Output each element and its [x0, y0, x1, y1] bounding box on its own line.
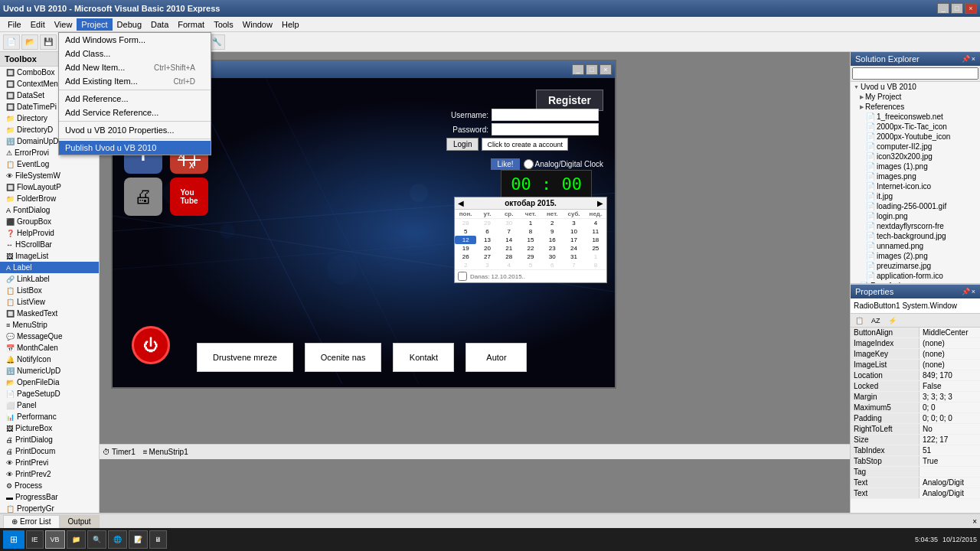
tb-save[interactable]: 💾: [40, 34, 57, 50]
toolbox-item[interactable]: 🔲 MaskedText: [0, 308, 99, 319]
sol-file[interactable]: 📄 2000px-Tic-Tac_icon: [851, 122, 980, 132]
toolbox-item[interactable]: 👁 PrintPrevi: [0, 457, 99, 468]
taskbar-vb[interactable]: VB: [45, 530, 65, 549]
sol-references[interactable]: References: [851, 102, 980, 112]
sol-file[interactable]: 📄 it.jpg: [851, 191, 980, 201]
printer-icon[interactable]: 🖨: [124, 178, 162, 216]
maximize-button[interactable]: □: [951, 3, 963, 14]
toolbox-item[interactable]: ⬜ Panel: [0, 399, 99, 411]
cal-day[interactable]: 30: [541, 253, 563, 261]
close-button[interactable]: ×: [965, 3, 977, 14]
cal-day[interactable]: 7: [563, 261, 584, 269]
prop-value[interactable]: True: [920, 456, 980, 466]
prop-value[interactable]: Analog/Digit: [920, 488, 980, 498]
toolbox-item[interactable]: 📋 ListView: [0, 296, 99, 308]
toolbox-item[interactable]: 📁 FolderBrow: [0, 193, 99, 204]
menu-properties[interactable]: Uvod u VB 2010 Properties...: [100, 123, 211, 137]
sol-file[interactable]: 📄 nextdayflyrscorn-fre: [851, 221, 980, 231]
toolbox-item[interactable]: ❓ HelpProvid: [0, 227, 99, 239]
prop-value[interactable]: No: [920, 424, 980, 434]
cal-day[interactable]: 18: [585, 236, 606, 244]
toolbox-item[interactable]: 📄 PageSetupD: [0, 388, 99, 399]
toolbox-item[interactable]: 📅 MonthCalen: [0, 342, 99, 354]
sol-file[interactable]: 📄 images (2).png: [851, 251, 980, 261]
props-pin[interactable]: 📌: [962, 288, 970, 295]
cal-day[interactable]: 29: [476, 219, 498, 227]
sol-file[interactable]: 📄 1_freeiconsweb.net: [851, 112, 980, 122]
taskbar-notepad[interactable]: 📝: [129, 530, 148, 549]
cal-day[interactable]: 9: [541, 227, 563, 236]
cal-day[interactable]: 22: [520, 244, 541, 253]
menu-view[interactable]: View: [50, 18, 77, 31]
start-button[interactable]: ⊞: [3, 530, 24, 549]
cal-day[interactable]: 20: [476, 244, 498, 253]
radio-analog-digital[interactable]: Analog/Digital Clock: [524, 159, 604, 169]
prop-value[interactable]: Analog/Digit: [920, 478, 980, 487]
nav-kontakt[interactable]: Kontakt: [393, 343, 454, 372]
radio-input[interactable]: [524, 159, 534, 169]
menu-file[interactable]: File: [3, 18, 26, 31]
cal-day[interactable]: 11: [585, 227, 606, 236]
menu-add-existing-item[interactable]: Add Existing Item... Ctrl+D: [100, 74, 211, 88]
cal-day[interactable]: 8: [520, 227, 541, 236]
cal-day[interactable]: 5: [455, 227, 476, 236]
tab-error-list[interactable]: ⊕ Error List: [3, 515, 60, 528]
cal-day[interactable]: 23: [541, 244, 563, 253]
cal-day[interactable]: 6: [476, 227, 498, 236]
cal-day[interactable]: 13: [476, 236, 498, 244]
menu-edit[interactable]: Edit: [26, 18, 50, 31]
sol-file[interactable]: 📄 icon320x200.jpg: [851, 152, 980, 161]
menustrip-status[interactable]: ≡ MenuStrip1: [143, 448, 188, 456]
username-input[interactable]: [492, 109, 599, 121]
cal-day[interactable]: 10: [563, 227, 584, 236]
toolbox-item[interactable]: 🖼 ImageList: [0, 250, 99, 262]
toolbox-item[interactable]: ▬ ProgressBar: [0, 491, 99, 503]
taskbar-monitor[interactable]: 🖥: [149, 530, 167, 549]
prop-value[interactable]: 3; 3; 3; 3: [920, 392, 980, 402]
panel-pin[interactable]: 📌: [962, 55, 970, 63]
toolbox-item[interactable]: 💬 MessageQue: [0, 331, 99, 342]
menu-add-service-reference[interactable]: Add Service Reference...: [100, 106, 211, 119]
prop-value[interactable]: (none): [920, 349, 980, 359]
tb-open[interactable]: 📂: [21, 34, 38, 50]
cal-day[interactable]: 21: [498, 244, 520, 253]
prop-value[interactable]: [920, 467, 980, 477]
toolbox-item[interactable]: ↔ HScrollBar: [0, 239, 99, 250]
cal-day[interactable]: 28: [455, 219, 476, 227]
taskbar-explorer[interactable]: 📁: [67, 530, 86, 549]
cal-day[interactable]: 15: [520, 236, 541, 244]
cal-day[interactable]: 1: [520, 219, 541, 227]
sol-root[interactable]: Uvod u VB 2010: [851, 82, 980, 92]
today-input[interactable]: Danas: 12.10.2015..: [458, 272, 603, 281]
menu-project[interactable]: Project: [77, 18, 112, 31]
power-button[interactable]: ⏻: [132, 326, 170, 364]
toolbox-item[interactable]: 📋 PropertyGr: [0, 503, 99, 513]
sol-file[interactable]: 📄 images.png: [851, 171, 980, 181]
sol-file[interactable]: 📄 preuzimarse.jpg: [851, 261, 980, 271]
timer-status[interactable]: ⏱ Timer1: [103, 448, 136, 456]
toolbox-item[interactable]: A FontDialog: [0, 204, 99, 216]
cal-day[interactable]: 2: [541, 219, 563, 227]
form-minimize[interactable]: _: [572, 64, 584, 75]
like-button[interactable]: Like!: [491, 158, 519, 170]
prop-value[interactable]: 51: [920, 445, 980, 455]
cal-day[interactable]: 4: [498, 261, 520, 269]
props-cat-btn[interactable]: 📋: [852, 315, 867, 326]
menu-add-reference[interactable]: Add Reference...: [100, 92, 211, 106]
menu-tools[interactable]: Tools: [209, 18, 238, 31]
cal-day[interactable]: 17: [563, 236, 584, 244]
toolbox-item[interactable]: 🖼 PictureBox: [0, 422, 99, 434]
sol-file[interactable]: 📄 Internet-icon.ico: [851, 181, 980, 191]
sol-file[interactable]: 📄 login.png: [851, 211, 980, 221]
toolbox-item[interactable]: 👁 FileSystemW: [0, 170, 99, 181]
cal-day[interactable]: 29: [520, 253, 541, 261]
sol-file[interactable]: 📄 computer-II2.jpg: [851, 142, 980, 152]
error-close-button[interactable]: ×: [972, 517, 977, 526]
cal-day[interactable]: 26: [455, 253, 476, 261]
sol-search[interactable]: [852, 67, 978, 80]
toolbox-item[interactable]: 📋 EventLog: [0, 158, 99, 170]
toolbox-item[interactable]: 🔗 LinkLabel: [0, 273, 99, 285]
cal-day[interactable]: 3: [563, 219, 584, 227]
password-input[interactable]: [492, 123, 599, 135]
toolbox-item[interactable]: 🔔 NotifyIcon: [0, 354, 99, 365]
